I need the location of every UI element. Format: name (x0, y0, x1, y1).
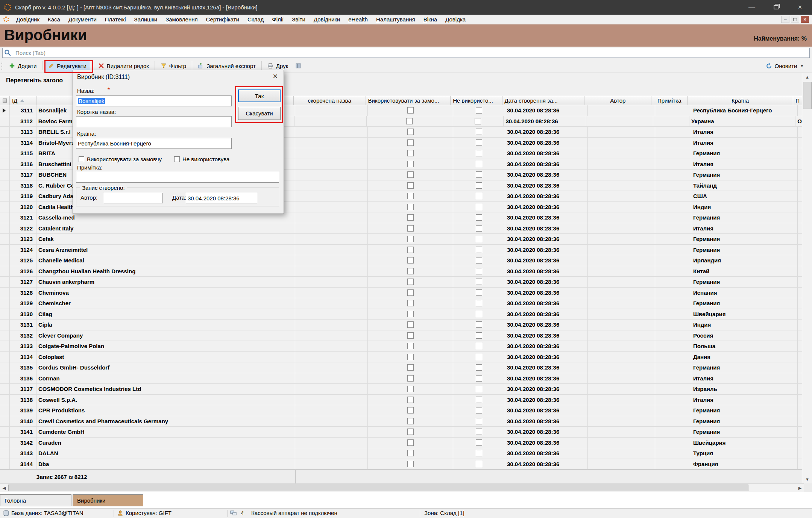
checkbox-icon[interactable] (407, 214, 414, 221)
ok-button[interactable]: Так (238, 89, 281, 102)
checkbox-icon[interactable] (407, 257, 414, 264)
checkbox-icon[interactable] (407, 332, 414, 339)
table-row[interactable]: 3138Coswell S.p.A.30.04.2020 08:28:36Ита… (0, 395, 802, 406)
checkbox-icon[interactable] (476, 214, 482, 221)
checkbox-icon[interactable] (407, 407, 414, 413)
checkbox-icon[interactable] (476, 343, 482, 349)
table-row[interactable]: 3125Chanelle Medical30.04.2020 08:28:36И… (0, 255, 802, 266)
note-field[interactable] (76, 172, 279, 183)
table-row[interactable]: 3136Corman30.04.2020 08:28:36Италия (0, 373, 802, 384)
table-row[interactable]: 3130Cilag30.04.2020 08:28:36Швейцария (0, 309, 802, 320)
column-header-id[interactable]: ІД (10, 96, 36, 105)
checkbox-icon[interactable] (476, 321, 482, 328)
checkbox-icon[interactable] (407, 397, 414, 403)
minimize-button[interactable]: — (740, 0, 764, 15)
header-corner-button[interactable] (0, 96, 10, 105)
checkbox-icon[interactable] (476, 300, 482, 306)
dialog-close-icon[interactable]: × (270, 71, 281, 82)
country-field[interactable]: Республика Босния-Герцего (76, 138, 232, 149)
mdi-close-button[interactable]: × (801, 16, 809, 23)
checkbox-icon[interactable] (476, 311, 482, 317)
not-use-checkbox[interactable] (174, 156, 180, 162)
checkbox-icon[interactable] (407, 386, 414, 392)
vertical-scroll-thumb[interactable] (803, 82, 812, 109)
checkbox-icon[interactable] (476, 375, 482, 382)
checkbox-icon[interactable] (407, 300, 414, 306)
table-row[interactable]: 3131Cipla30.04.2020 08:28:36Индия (0, 320, 802, 330)
menu-item[interactable]: eHealth (344, 15, 372, 24)
checkbox-icon[interactable] (476, 289, 482, 296)
columns-button[interactable] (292, 60, 305, 71)
table-row[interactable]: 3137COSMODOR Cosmetics Industries Ltd30.… (0, 384, 802, 395)
menu-item[interactable]: Документи (64, 15, 101, 24)
menu-item[interactable]: Каса (44, 15, 64, 24)
menu-item[interactable]: Платежі (101, 15, 130, 24)
table-row[interactable]: 3121Cassella-med30.04.2020 08:28:36Герма… (0, 212, 802, 223)
checkbox-icon[interactable] (407, 354, 414, 360)
menu-item[interactable]: Замовлення (161, 15, 202, 24)
table-row[interactable]: 3132Clever Company30.04.2020 08:28:36Рос… (0, 330, 802, 341)
horizontal-scrollbar[interactable]: ◀ ▶ (0, 483, 804, 492)
scroll-up-icon[interactable]: ▲ (802, 73, 812, 81)
mdi-restore-button[interactable] (791, 16, 799, 23)
table-row[interactable]: 3135Cordus GmbH- Dusseldorf30.04.2020 08… (0, 362, 802, 373)
checkbox-icon[interactable] (476, 161, 482, 167)
checkbox-icon[interactable] (407, 279, 414, 285)
checkbox-icon[interactable] (407, 311, 414, 317)
checkbox-icon[interactable] (407, 107, 414, 114)
refresh-button[interactable]: Оновити ▾ (762, 60, 807, 71)
checkbox-icon[interactable] (476, 204, 482, 210)
checkbox-icon[interactable] (407, 193, 414, 199)
author-field[interactable] (104, 193, 163, 203)
menu-item[interactable]: Залишки (130, 15, 162, 24)
column-header-author[interactable]: Автор (584, 96, 651, 105)
checkbox-icon[interactable] (476, 279, 482, 285)
checkbox-icon[interactable] (407, 439, 414, 446)
checkbox-icon[interactable] (476, 236, 482, 242)
menu-item[interactable]: Налаштування (372, 15, 419, 24)
checkbox-icon[interactable] (476, 354, 482, 360)
checkbox-icon[interactable] (407, 182, 414, 189)
table-row[interactable]: 3144Dba30.04.2020 08:28:36Франция (0, 459, 802, 470)
menu-item[interactable]: Сертифікати (202, 15, 243, 24)
menu-item[interactable]: Довідники (310, 15, 344, 24)
tab-home[interactable]: Головна (0, 494, 71, 506)
checkbox-icon[interactable] (476, 257, 482, 264)
close-button[interactable]: × (788, 0, 812, 15)
checkbox-icon[interactable] (476, 182, 482, 189)
checkbox-icon[interactable] (407, 375, 414, 382)
table-row[interactable]: 3140Crevil Cosmetics and Pharmaceuticals… (0, 416, 802, 427)
table-row[interactable]: 3142Curaden30.04.2020 08:28:36Швейцария (0, 438, 802, 448)
checkbox-icon[interactable] (476, 364, 482, 371)
menu-item[interactable]: Звіти (288, 15, 310, 24)
checkbox-icon[interactable] (407, 418, 414, 424)
checkbox-icon[interactable] (407, 129, 414, 135)
checkbox-icon[interactable] (407, 171, 414, 178)
short-name-field[interactable] (76, 116, 232, 127)
column-header-note[interactable]: Примітка (651, 96, 688, 105)
checkbox-icon[interactable] (476, 139, 482, 146)
table-row[interactable]: 3134Coloplast30.04.2020 08:28:36Дания (0, 352, 802, 363)
checkbox-icon[interactable] (407, 225, 414, 232)
table-row[interactable]: 3133Colgate-Palmolive Polan30.04.2020 08… (0, 341, 802, 352)
checkbox-icon[interactable] (476, 450, 482, 456)
checkbox-icon[interactable] (406, 118, 413, 124)
checkbox-icon[interactable] (476, 129, 482, 135)
checkbox-icon[interactable] (407, 289, 414, 296)
menu-item[interactable]: Склад (243, 15, 268, 24)
table-row[interactable]: 3139CPR Produktions30.04.2020 08:28:36Ге… (0, 405, 802, 416)
mdi-minimize-button[interactable]: – (781, 16, 789, 23)
checkbox-icon[interactable] (476, 397, 482, 403)
checkbox-icon[interactable] (476, 332, 482, 339)
checkbox-icon[interactable] (476, 429, 482, 435)
checkbox-icon[interactable] (476, 407, 482, 413)
use-default-checkbox[interactable] (79, 156, 84, 162)
scroll-right-icon[interactable]: ▶ (796, 484, 804, 492)
date-field[interactable]: 30.04.2020 08:28:36 (186, 193, 257, 203)
checkbox-icon[interactable] (407, 150, 414, 156)
column-header-date-created[interactable]: Дата створення за... (502, 96, 585, 105)
checkbox-icon[interactable] (407, 461, 414, 467)
table-row[interactable]: 3122Catalent Italy30.04.2020 08:28:36Ита… (0, 223, 802, 234)
checkbox-icon[interactable] (407, 247, 414, 253)
checkbox-icon[interactable] (476, 418, 482, 424)
